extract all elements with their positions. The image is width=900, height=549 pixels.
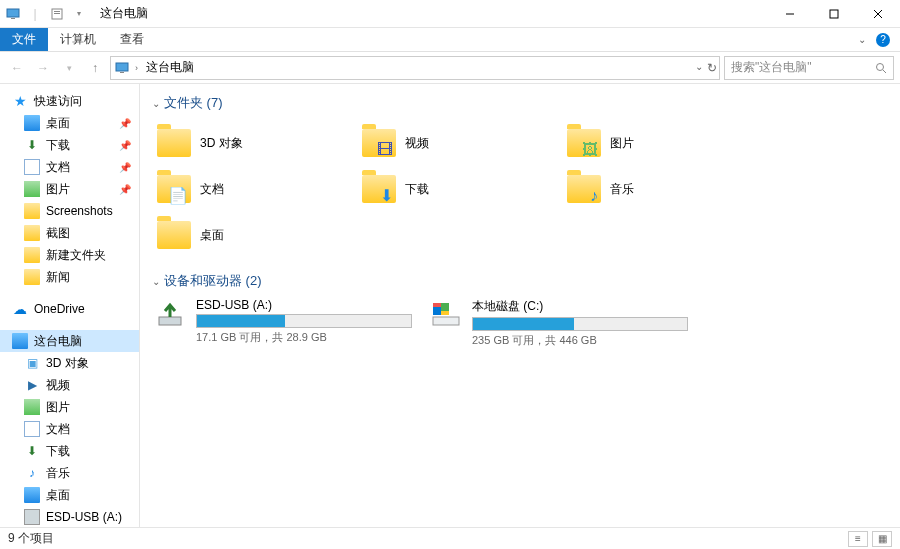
status-bar: 9 个项目 ≡ ▦: [0, 527, 900, 549]
drive-usage-text: 17.1 GB 可用，共 28.9 GB: [196, 330, 412, 345]
svg-point-11: [877, 63, 884, 70]
folder-item[interactable]: 桌面: [152, 212, 357, 258]
help-icon[interactable]: ?: [876, 33, 890, 47]
up-button[interactable]: ↑: [84, 57, 106, 79]
svg-rect-16: [433, 303, 441, 307]
svg-rect-4: [54, 13, 60, 14]
svg-line-12: [883, 70, 886, 73]
address-dropdown-icon[interactable]: ⌄: [695, 61, 703, 75]
drive-name: 本地磁盘 (C:): [472, 298, 688, 315]
search-input[interactable]: 搜索"这台电脑": [724, 56, 894, 80]
sidebar-quick-item[interactable]: 图片📌: [0, 178, 139, 200]
sidebar-pc-item[interactable]: 文档: [0, 418, 139, 440]
pin-icon: 📌: [119, 162, 131, 173]
tab-computer[interactable]: 计算机: [48, 28, 108, 51]
group-header-drives[interactable]: ⌄ 设备和驱动器 (2): [152, 272, 888, 290]
address-bar[interactable]: › 这台电脑 ⌄ ↻: [110, 56, 720, 80]
minimize-button[interactable]: [768, 0, 812, 28]
tiles-view-button[interactable]: ▦: [872, 531, 892, 547]
chevron-down-icon: ⌄: [152, 98, 160, 109]
folder-icon: 📄: [156, 171, 192, 207]
cloud-icon: ☁: [12, 301, 28, 317]
close-button[interactable]: [856, 0, 900, 28]
view-switcher: ≡ ▦: [848, 531, 892, 547]
folder-item[interactable]: 📄 文档: [152, 166, 357, 212]
pc-icon: [12, 333, 28, 349]
folder-item[interactable]: ♪ 音乐: [562, 166, 767, 212]
folder-grid: 3D 对象 🎞 视频 🖼 图片 📄 文档 ⬇ 下载 ♪ 音乐 桌面: [152, 120, 888, 258]
back-button[interactable]: ←: [6, 57, 28, 79]
group-title-folders: 文件夹 (7): [164, 94, 223, 112]
window-controls: [768, 0, 900, 28]
svg-rect-6: [830, 10, 838, 18]
navigation-bar: ← → ▾ ↑ › 这台电脑 ⌄ ↻ 搜索"这台电脑": [0, 52, 900, 84]
group-header-folders[interactable]: ⌄ 文件夹 (7): [152, 94, 888, 112]
sidebar-pc-item[interactable]: ESD-USB (A:): [0, 506, 139, 527]
drive-item[interactable]: 本地磁盘 (C:) 235 GB 可用，共 446 GB: [428, 298, 688, 348]
details-view-button[interactable]: ≡: [848, 531, 868, 547]
ribbon: 文件 计算机 查看 ⌄ ?: [0, 28, 900, 52]
maximize-button[interactable]: [812, 0, 856, 28]
sidebar-pc-item[interactable]: 桌面: [0, 484, 139, 506]
sidebar-quick-item[interactable]: ⬇下载📌: [0, 134, 139, 156]
tab-file[interactable]: 文件: [0, 28, 48, 51]
sidebar-quick-item[interactable]: 新闻: [0, 266, 139, 288]
drives-row: ESD-USB (A:) 17.1 GB 可用，共 28.9 GB 本地磁盘 (…: [152, 298, 888, 348]
ribbon-expand-icon[interactable]: ⌄: [858, 34, 866, 45]
folder-item[interactable]: 🖼 图片: [562, 120, 767, 166]
folder-icon: [156, 217, 192, 253]
pc-icon: [4, 5, 22, 23]
svg-rect-15: [433, 307, 441, 315]
folder-icon: 🎞: [361, 125, 397, 161]
drive-icon: [428, 298, 464, 334]
sidebar-pc-item[interactable]: 图片: [0, 396, 139, 418]
pin-icon: 📌: [119, 140, 131, 151]
properties-icon[interactable]: [48, 5, 66, 23]
window-title: 这台电脑: [100, 5, 148, 22]
tab-view[interactable]: 查看: [108, 28, 156, 51]
folder-icon: ♪: [566, 171, 602, 207]
svg-rect-9: [116, 63, 128, 71]
crumb-chevron-icon[interactable]: ›: [135, 63, 138, 73]
forward-button[interactable]: →: [32, 57, 54, 79]
drive-name: ESD-USB (A:): [196, 298, 412, 312]
pin-icon: 📌: [119, 184, 131, 195]
pin-icon: 📌: [119, 118, 131, 129]
sidebar-quick-item[interactable]: Screenshots: [0, 200, 139, 222]
folder-label: 下载: [405, 181, 429, 198]
folder-item[interactable]: 3D 对象: [152, 120, 357, 166]
svg-rect-3: [54, 11, 60, 12]
drive-usage-bar: [472, 317, 688, 331]
sidebar-pc-item[interactable]: ▣3D 对象: [0, 352, 139, 374]
folder-item[interactable]: ⬇ 下载: [357, 166, 562, 212]
sidebar-onedrive[interactable]: ☁OneDrive: [0, 298, 139, 320]
folder-item[interactable]: 🎞 视频: [357, 120, 562, 166]
addressbar-pc-icon: [113, 59, 131, 77]
chevron-down-icon: ⌄: [152, 276, 160, 287]
qat-dropdown-icon[interactable]: ▾: [70, 5, 88, 23]
folder-label: 文档: [200, 181, 224, 198]
sidebar-quick-item[interactable]: 截图: [0, 222, 139, 244]
sidebar-quick-access[interactable]: ★快速访问: [0, 90, 139, 112]
sidebar-pc-item[interactable]: ♪音乐: [0, 462, 139, 484]
sidebar-pc-item[interactable]: ⬇下载: [0, 440, 139, 462]
sidebar-pc-item[interactable]: ▶视频: [0, 374, 139, 396]
folder-label: 图片: [610, 135, 634, 152]
folder-icon: ⬇: [361, 171, 397, 207]
navigation-pane: ★快速访问桌面📌⬇下载📌文档📌图片📌Screenshots截图新建文件夹新闻☁O…: [0, 84, 140, 527]
sidebar-this-pc[interactable]: 这台电脑: [0, 330, 139, 352]
search-icon: [875, 62, 887, 74]
drive-item[interactable]: ESD-USB (A:) 17.1 GB 可用，共 28.9 GB: [152, 298, 412, 348]
group-title-drives: 设备和驱动器 (2): [164, 272, 262, 290]
sidebar-quick-item[interactable]: 文档📌: [0, 156, 139, 178]
svg-rect-0: [7, 9, 19, 17]
refresh-icon[interactable]: ↻: [707, 61, 717, 75]
search-placeholder: 搜索"这台电脑": [731, 59, 875, 76]
drive-usage-bar: [196, 314, 412, 328]
folder-icon: [156, 125, 192, 161]
sidebar-quick-item[interactable]: 桌面📌: [0, 112, 139, 134]
sidebar-quick-item[interactable]: 新建文件夹: [0, 244, 139, 266]
recent-dropdown[interactable]: ▾: [58, 57, 80, 79]
breadcrumb[interactable]: 这台电脑: [142, 59, 198, 76]
qat-separator: |: [26, 5, 44, 23]
